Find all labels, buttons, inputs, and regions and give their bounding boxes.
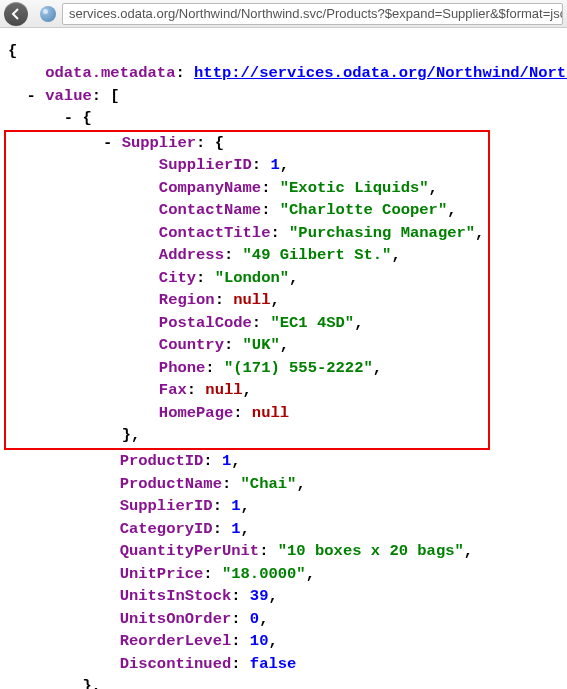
json-value: 10 xyxy=(250,632,269,650)
json-value: null xyxy=(252,404,289,422)
url-bar[interactable]: services.odata.org/Northwind/Northwind.s… xyxy=(62,3,563,25)
json-key: UnitsInStock xyxy=(120,587,232,605)
json-key: Region xyxy=(159,291,215,309)
json-value: "Exotic Liquids" xyxy=(280,179,429,197)
json-key: SupplierID xyxy=(159,156,252,174)
toggle-icon[interactable]: - xyxy=(27,87,36,105)
json-key: ReorderLevel xyxy=(120,632,232,650)
json-key: CategoryID xyxy=(120,520,213,538)
highlight-box: - Supplier: { SupplierID: 1, CompanyName… xyxy=(4,130,490,451)
json-key: odata.metadata xyxy=(45,64,175,82)
json-key: City xyxy=(159,269,196,287)
json-value: null xyxy=(205,381,242,399)
json-value: "10 boxes x 20 bags" xyxy=(278,542,464,560)
json-key: QuantityPerUnit xyxy=(120,542,260,560)
json-value: "EC1 4SD" xyxy=(270,314,354,332)
json-key: ProductName xyxy=(120,475,222,493)
json-value: "Chai" xyxy=(241,475,297,493)
json-key: ProductID xyxy=(120,452,204,470)
json-key: UnitPrice xyxy=(120,565,204,583)
json-key: value xyxy=(45,87,92,105)
json-key: UnitsOnOrder xyxy=(120,610,232,628)
back-button[interactable] xyxy=(4,2,28,26)
json-value: "UK" xyxy=(243,336,280,354)
json-key: HomePage xyxy=(159,404,233,422)
json-value: 39 xyxy=(250,587,269,605)
json-value: 1 xyxy=(222,452,231,470)
json-key: Address xyxy=(159,246,224,264)
json-value: "Purchasing Manager" xyxy=(289,224,475,242)
json-value: "18.0000" xyxy=(222,565,306,583)
json-value: 0 xyxy=(250,610,259,628)
json-key: PostalCode xyxy=(159,314,252,332)
json-value: 1 xyxy=(231,520,240,538)
json-key: Discontinued xyxy=(120,655,232,673)
json-key: Supplier xyxy=(122,134,196,152)
json-value: "Charlotte Cooper" xyxy=(280,201,447,219)
json-key: Fax xyxy=(159,381,187,399)
metadata-link[interactable]: http://services.odata.org/Northwind/Nort… xyxy=(194,64,567,82)
json-value: false xyxy=(250,655,297,673)
json-key: SupplierID xyxy=(120,497,213,515)
json-value: "49 Gilbert St." xyxy=(243,246,392,264)
json-value: "London" xyxy=(215,269,289,287)
json-value: null xyxy=(233,291,270,309)
browser-toolbar: services.odata.org/Northwind/Northwind.s… xyxy=(0,0,567,28)
json-value: 1 xyxy=(270,156,279,174)
json-key: Country xyxy=(159,336,224,354)
json-value: 1 xyxy=(231,497,240,515)
url-text: services.odata.org/Northwind/Northwind.s… xyxy=(69,6,563,21)
toggle-icon[interactable]: - xyxy=(64,109,73,127)
json-value: "(171) 555-2222" xyxy=(224,359,373,377)
globe-icon xyxy=(40,6,56,22)
json-content: { odata.metadata: http://services.odata.… xyxy=(0,28,567,689)
json-key: Phone xyxy=(159,359,206,377)
json-key: CompanyName xyxy=(159,179,261,197)
json-key: ContactTitle xyxy=(159,224,271,242)
toggle-icon[interactable]: - xyxy=(103,134,112,152)
json-key: ContactName xyxy=(159,201,261,219)
